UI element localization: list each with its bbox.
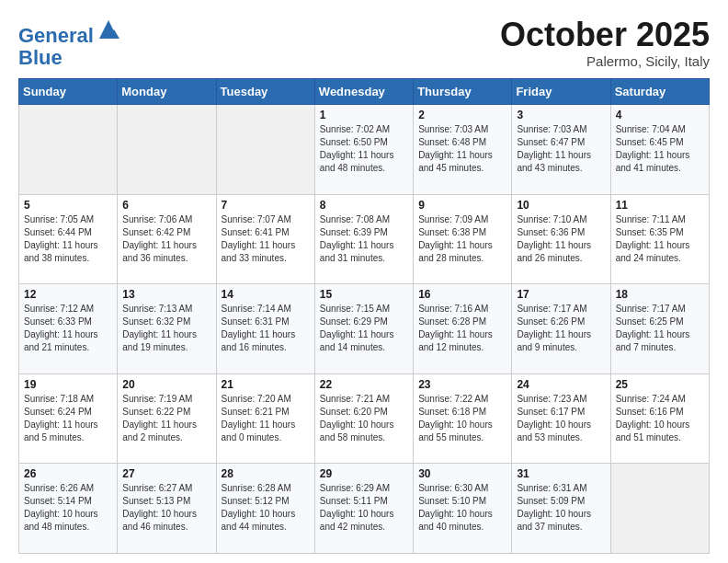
- col-saturday: Saturday: [610, 79, 709, 105]
- day-number: 18: [616, 288, 704, 301]
- day-info: Sunrise: 7:06 AM Sunset: 6:42 PM Dayligh…: [122, 213, 210, 265]
- day-info: Sunrise: 6:30 AM Sunset: 5:10 PM Dayligh…: [418, 482, 506, 534]
- day-number: 21: [222, 378, 310, 391]
- calendar-table: Sunday Monday Tuesday Wednesday Thursday…: [18, 78, 710, 554]
- col-thursday: Thursday: [414, 79, 512, 105]
- day-info: Sunrise: 7:10 AM Sunset: 6:36 PM Dayligh…: [517, 213, 605, 265]
- day-info: Sunrise: 6:26 AM Sunset: 5:14 PM Dayligh…: [24, 482, 112, 534]
- day-number: 27: [122, 467, 210, 480]
- day-info: Sunrise: 7:02 AM Sunset: 6:50 PM Dayligh…: [320, 123, 408, 175]
- day-info: Sunrise: 7:21 AM Sunset: 6:20 PM Dayligh…: [320, 393, 408, 444]
- calendar-subtitle: Palermo, Sicily, Italy: [500, 53, 710, 69]
- calendar-cell: 16Sunrise: 7:16 AM Sunset: 6:28 PM Dayli…: [414, 284, 512, 374]
- calendar-cell: [19, 105, 118, 195]
- day-info: Sunrise: 7:04 AM Sunset: 6:45 PM Dayligh…: [616, 123, 704, 175]
- day-number: 23: [418, 378, 506, 391]
- day-number: 15: [320, 288, 408, 301]
- calendar-cell: 18Sunrise: 7:17 AM Sunset: 6:25 PM Dayli…: [610, 284, 709, 374]
- page: General Blue October 2025 Palermo, Sicil…: [0, 0, 728, 563]
- day-number: 30: [418, 467, 506, 480]
- day-number: 29: [320, 467, 408, 480]
- day-number: 10: [517, 199, 605, 212]
- day-number: 6: [122, 199, 210, 212]
- calendar-cell: 13Sunrise: 7:13 AM Sunset: 6:32 PM Dayli…: [118, 284, 216, 374]
- calendar-cell: 29Sunrise: 6:29 AM Sunset: 5:11 PM Dayli…: [314, 464, 413, 554]
- day-number: 2: [418, 109, 506, 121]
- calendar-cell: 10Sunrise: 7:10 AM Sunset: 6:36 PM Dayli…: [512, 194, 610, 284]
- day-info: Sunrise: 7:03 AM Sunset: 6:48 PM Dayligh…: [418, 123, 506, 175]
- col-monday: Monday: [118, 79, 216, 105]
- day-info: Sunrise: 7:09 AM Sunset: 6:38 PM Dayligh…: [418, 213, 506, 265]
- calendar-title: October 2025: [500, 17, 710, 53]
- calendar-cell: 7Sunrise: 7:07 AM Sunset: 6:41 PM Daylig…: [216, 194, 314, 284]
- calendar-cell: 25Sunrise: 7:24 AM Sunset: 6:16 PM Dayli…: [610, 373, 709, 464]
- day-number: 25: [616, 378, 704, 391]
- calendar-cell: [118, 105, 216, 195]
- day-info: Sunrise: 7:13 AM Sunset: 6:32 PM Dayligh…: [122, 303, 210, 354]
- calendar-cell: 5Sunrise: 7:05 AM Sunset: 6:44 PM Daylig…: [19, 194, 118, 284]
- day-number: 4: [616, 109, 704, 121]
- day-info: Sunrise: 7:07 AM Sunset: 6:41 PM Dayligh…: [222, 213, 310, 265]
- calendar-cell: [216, 105, 314, 195]
- calendar-week-5: 26Sunrise: 6:26 AM Sunset: 5:14 PM Dayli…: [19, 464, 710, 554]
- day-number: 13: [122, 288, 210, 301]
- day-info: Sunrise: 7:19 AM Sunset: 6:22 PM Dayligh…: [122, 393, 210, 444]
- calendar-cell: 31Sunrise: 6:31 AM Sunset: 5:09 PM Dayli…: [512, 464, 610, 554]
- calendar-cell: 11Sunrise: 7:11 AM Sunset: 6:35 PM Dayli…: [610, 194, 709, 284]
- day-number: 1: [320, 109, 408, 121]
- day-info: Sunrise: 7:17 AM Sunset: 6:25 PM Dayligh…: [616, 303, 704, 354]
- day-info: Sunrise: 6:28 AM Sunset: 5:12 PM Dayligh…: [222, 482, 310, 534]
- calendar-week-4: 19Sunrise: 7:18 AM Sunset: 6:24 PM Dayli…: [19, 373, 710, 464]
- day-number: 5: [24, 199, 112, 212]
- calendar-cell: 24Sunrise: 7:23 AM Sunset: 6:17 PM Dayli…: [512, 373, 610, 464]
- title-block: October 2025 Palermo, Sicily, Italy: [500, 17, 710, 69]
- col-wednesday: Wednesday: [314, 79, 413, 105]
- col-sunday: Sunday: [19, 79, 118, 105]
- day-info: Sunrise: 6:27 AM Sunset: 5:13 PM Dayligh…: [122, 482, 210, 534]
- day-number: 7: [222, 199, 310, 212]
- calendar-cell: 8Sunrise: 7:08 AM Sunset: 6:39 PM Daylig…: [314, 194, 413, 284]
- day-info: Sunrise: 7:17 AM Sunset: 6:26 PM Dayligh…: [517, 303, 605, 354]
- day-number: 16: [418, 288, 506, 301]
- day-info: Sunrise: 7:22 AM Sunset: 6:18 PM Dayligh…: [418, 393, 506, 444]
- day-number: 8: [320, 199, 408, 212]
- calendar-cell: 14Sunrise: 7:14 AM Sunset: 6:31 PM Dayli…: [216, 284, 314, 374]
- logo-text: General: [18, 17, 121, 47]
- calendar-week-1: 1Sunrise: 7:02 AM Sunset: 6:50 PM Daylig…: [19, 105, 710, 195]
- day-number: 3: [517, 109, 605, 121]
- calendar-cell: [610, 464, 709, 554]
- day-number: 9: [418, 199, 506, 212]
- logo-blue: Blue: [18, 47, 121, 69]
- day-info: Sunrise: 7:20 AM Sunset: 6:21 PM Dayligh…: [222, 393, 310, 444]
- day-number: 24: [517, 378, 605, 391]
- calendar-cell: 26Sunrise: 6:26 AM Sunset: 5:14 PM Dayli…: [19, 464, 118, 554]
- calendar-cell: 20Sunrise: 7:19 AM Sunset: 6:22 PM Dayli…: [118, 373, 216, 464]
- calendar-week-2: 5Sunrise: 7:05 AM Sunset: 6:44 PM Daylig…: [19, 194, 710, 284]
- calendar-cell: 22Sunrise: 7:21 AM Sunset: 6:20 PM Dayli…: [314, 373, 413, 464]
- calendar-cell: 15Sunrise: 7:15 AM Sunset: 6:29 PM Dayli…: [314, 284, 413, 374]
- col-friday: Friday: [512, 79, 610, 105]
- calendar-cell: 17Sunrise: 7:17 AM Sunset: 6:26 PM Dayli…: [512, 284, 610, 374]
- day-number: 26: [24, 467, 112, 480]
- calendar-cell: 21Sunrise: 7:20 AM Sunset: 6:21 PM Dayli…: [216, 373, 314, 464]
- day-info: Sunrise: 7:14 AM Sunset: 6:31 PM Dayligh…: [222, 303, 310, 354]
- day-info: Sunrise: 7:11 AM Sunset: 6:35 PM Dayligh…: [616, 213, 704, 265]
- calendar-cell: 12Sunrise: 7:12 AM Sunset: 6:33 PM Dayli…: [19, 284, 118, 374]
- day-info: Sunrise: 7:08 AM Sunset: 6:39 PM Dayligh…: [320, 213, 408, 265]
- day-number: 12: [24, 288, 112, 301]
- day-number: 19: [24, 378, 112, 391]
- calendar-cell: 6Sunrise: 7:06 AM Sunset: 6:42 PM Daylig…: [118, 194, 216, 284]
- calendar-cell: 28Sunrise: 6:28 AM Sunset: 5:12 PM Dayli…: [216, 464, 314, 554]
- col-tuesday: Tuesday: [216, 79, 314, 105]
- calendar-cell: 3Sunrise: 7:03 AM Sunset: 6:47 PM Daylig…: [512, 105, 610, 195]
- day-number: 14: [222, 288, 310, 301]
- calendar-cell: 2Sunrise: 7:03 AM Sunset: 6:48 PM Daylig…: [414, 105, 512, 195]
- day-number: 11: [616, 199, 704, 212]
- calendar-cell: 9Sunrise: 7:09 AM Sunset: 6:38 PM Daylig…: [414, 194, 512, 284]
- day-info: Sunrise: 7:03 AM Sunset: 6:47 PM Dayligh…: [517, 123, 605, 175]
- day-info: Sunrise: 7:18 AM Sunset: 6:24 PM Dayligh…: [24, 393, 112, 444]
- header: General Blue October 2025 Palermo, Sicil…: [18, 17, 710, 69]
- day-info: Sunrise: 7:05 AM Sunset: 6:44 PM Dayligh…: [24, 213, 112, 265]
- day-info: Sunrise: 6:29 AM Sunset: 5:11 PM Dayligh…: [320, 482, 408, 534]
- day-info: Sunrise: 7:23 AM Sunset: 6:17 PM Dayligh…: [517, 393, 605, 444]
